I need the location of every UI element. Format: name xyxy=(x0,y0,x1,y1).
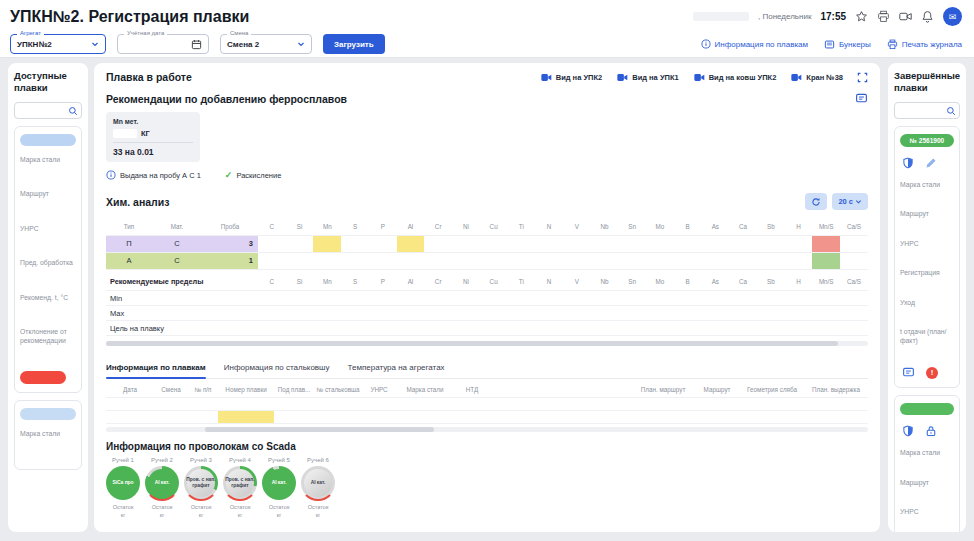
gauge-circle[interactable]: SiCa про xyxy=(106,466,140,500)
chem-col-header: Ti xyxy=(507,219,535,235)
status-item: ✓Раскисление xyxy=(225,170,282,180)
limits-value-cell xyxy=(258,321,286,336)
chem-value-cell xyxy=(729,252,757,269)
limits-value-cell xyxy=(341,291,369,306)
limits-value-cell xyxy=(480,291,508,306)
camera-link[interactable]: Кран №38 xyxy=(791,73,843,82)
melt-cell xyxy=(632,410,694,423)
chem-value-cell xyxy=(424,235,452,252)
chem-meta-cell: П xyxy=(106,235,152,252)
header-action-info[interactable]: Информация по плавкам xyxy=(701,39,809,49)
refresh-button[interactable] xyxy=(805,193,827,210)
tab-0[interactable]: Информация по плавкам xyxy=(106,359,206,378)
chem-value-cell xyxy=(840,235,868,252)
load-button[interactable]: Загрузить xyxy=(323,34,385,54)
print-icon xyxy=(887,39,898,50)
search-icon[interactable] xyxy=(68,106,78,116)
chem-value-cell xyxy=(507,235,535,252)
scrollbar-thumb[interactable] xyxy=(205,427,434,432)
fullscreen-icon[interactable] xyxy=(857,72,868,83)
info-icon xyxy=(701,39,711,49)
shield-icon[interactable] xyxy=(902,425,914,437)
melt-cell xyxy=(154,410,188,423)
header-status-area: , Понедельник 17:55 ✉ xyxy=(693,7,962,26)
chem-value-cell xyxy=(729,235,757,252)
chem-col-header: Mn xyxy=(313,219,341,235)
card-field-label: t отдачи (план/факт) xyxy=(900,328,954,345)
gauge-circle[interactable]: Al кат. xyxy=(301,466,335,500)
shift-select[interactable]: Смена Смена 2 xyxy=(220,34,312,54)
limits-col-header: H xyxy=(785,274,813,291)
limits-value-cell xyxy=(424,306,452,321)
search-input[interactable] xyxy=(895,107,940,122)
star-icon[interactable] xyxy=(855,10,868,23)
limits-value-cell xyxy=(452,291,480,306)
limits-row: Min xyxy=(106,291,868,306)
header-action-bunkers[interactable]: Бункеры xyxy=(824,39,871,50)
comment-icon[interactable] xyxy=(855,92,868,105)
printer-icon[interactable] xyxy=(877,10,890,23)
camera-links: Вид на УПК2Вид на УПК1Вид на ковш УПК2Кр… xyxy=(541,73,843,82)
limits-value-cell xyxy=(729,291,757,306)
limits-value-cell xyxy=(535,306,563,321)
user-avatar[interactable]: ✉ xyxy=(943,7,962,26)
chem-col-header: B xyxy=(674,219,702,235)
limits-value-cell xyxy=(369,291,397,306)
card-field-label: Маршрут xyxy=(900,479,954,487)
melt-cell xyxy=(804,410,868,423)
limits-col-header: Sn xyxy=(618,274,646,291)
shield-icon[interactable] xyxy=(902,157,914,169)
main-panel-title: Плавка в работе xyxy=(106,71,192,83)
finished-melt-card[interactable]: № 2561900Марка сталиМаршрутУНРСРегистрац… xyxy=(894,126,960,388)
scrollbar-thumb[interactable] xyxy=(106,341,838,346)
card-field-label: Пред. обработка xyxy=(20,259,76,267)
bell-icon[interactable] xyxy=(921,10,934,23)
chem-value-cell xyxy=(757,235,785,252)
melt-cell xyxy=(454,397,490,410)
chem-col-header: Cu xyxy=(480,219,508,235)
camera-link[interactable]: Вид на ковш УПК2 xyxy=(694,73,777,82)
available-melt-card[interactable]: Марка сталиМаршрутУНРСПред. обработкаРек… xyxy=(14,126,82,393)
camera-link[interactable]: Вид на УПК2 xyxy=(541,73,602,82)
melt-col-header: Маршрут xyxy=(694,383,740,397)
melt-col-header: № стальковша xyxy=(314,383,362,397)
melt-row[interactable] xyxy=(106,410,868,423)
alert-icon[interactable]: ! xyxy=(926,367,938,379)
gauge-circle[interactable]: Al кат. xyxy=(145,466,179,500)
gauge-circle[interactable]: Пров. с нап. графит xyxy=(184,466,218,500)
limits-value-cell xyxy=(535,321,563,336)
camera-icon[interactable] xyxy=(899,10,912,23)
ferro-section-title: Рекомендации по добавлению ферросплавов xyxy=(106,93,347,105)
tab-1[interactable]: Информация по стальковшу xyxy=(224,359,330,378)
header-action-print[interactable]: Печать журнала xyxy=(887,39,962,50)
chem-value-cell xyxy=(840,252,868,269)
limits-value-cell xyxy=(785,306,813,321)
chem-value-cell xyxy=(507,252,535,269)
comment-icon[interactable] xyxy=(902,366,915,379)
redacted-value xyxy=(113,129,137,138)
tab-2[interactable]: Температура на агрегатах xyxy=(348,359,445,378)
calendar-icon[interactable] xyxy=(191,39,202,50)
chem-value-cell xyxy=(757,252,785,269)
card-field-label: Уход xyxy=(900,299,954,307)
gauge-circle[interactable]: Al кат. xyxy=(262,466,296,500)
search-input[interactable] xyxy=(15,107,61,122)
date-input[interactable]: Учётная дата xyxy=(117,34,209,54)
limits-value-cell xyxy=(591,321,619,336)
gauge-circle[interactable]: Пров. с нап. графит xyxy=(223,466,257,500)
camera-link[interactable]: Вид на УПК1 xyxy=(617,73,678,82)
melt-col-header: Дата xyxy=(106,383,154,397)
lock-icon[interactable] xyxy=(925,425,937,437)
header-action-label: Бункеры xyxy=(839,40,871,49)
chevron-down-icon xyxy=(297,40,305,48)
aggregate-select[interactable]: Агрегат УПКН№2 xyxy=(10,34,106,54)
melt-row[interactable] xyxy=(106,397,868,410)
status-text: Выдана на пробу А С 1 xyxy=(120,171,201,180)
available-melt-card[interactable]: Марка стали xyxy=(14,400,82,469)
limits-col-header: P xyxy=(369,274,397,291)
pencil-icon[interactable] xyxy=(925,157,937,169)
finished-melt-card[interactable]: Марка сталиМаршрутУНРС xyxy=(894,395,960,532)
search-icon[interactable] xyxy=(946,106,956,116)
gauge-material-label: Al кат. xyxy=(310,480,327,486)
interval-select[interactable]: 20 с xyxy=(832,193,868,210)
